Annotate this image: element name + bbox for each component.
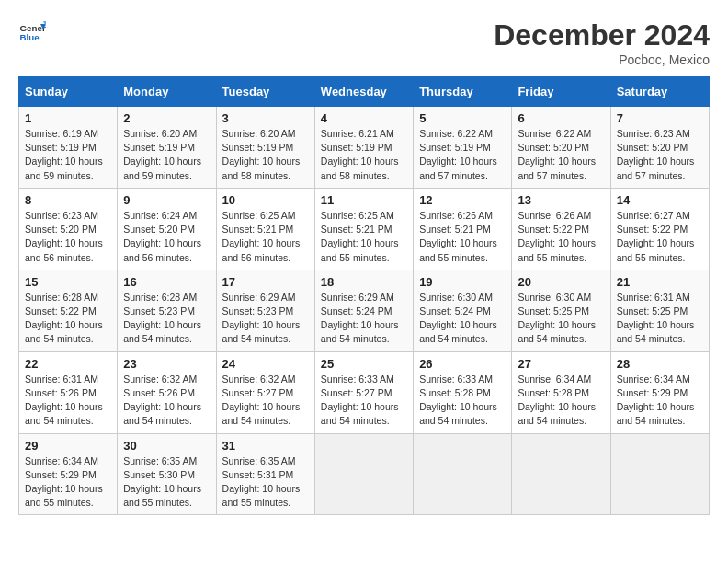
calendar-day-12: 12Sunrise: 6:26 AMSunset: 5:21 PMDayligh… bbox=[414, 188, 512, 270]
calendar-day-18: 18Sunrise: 6:29 AMSunset: 5:24 PMDayligh… bbox=[314, 270, 413, 351]
title-block: December 2024 Pocboc, Mexico bbox=[494, 18, 710, 67]
calendar-day-3: 3Sunrise: 6:20 AMSunset: 5:19 PMDaylight… bbox=[216, 107, 314, 189]
calendar-day-5: 5Sunrise: 6:22 AMSunset: 5:19 PMDaylight… bbox=[414, 107, 512, 189]
header-sunday: Sunday bbox=[19, 77, 118, 107]
calendar-day-23: 23Sunrise: 6:32 AMSunset: 5:26 PMDayligh… bbox=[118, 351, 216, 433]
calendar-day-31: 31Sunrise: 6:35 AMSunset: 5:31 PMDayligh… bbox=[216, 433, 314, 515]
page-header: General Blue December 2024 Pocboc, Mexic… bbox=[18, 18, 710, 67]
calendar-day-14: 14Sunrise: 6:27 AMSunset: 5:22 PMDayligh… bbox=[610, 188, 709, 270]
calendar-day-9: 9Sunrise: 6:24 AMSunset: 5:20 PMDaylight… bbox=[118, 188, 216, 270]
calendar-week-1: 8Sunrise: 6:23 AMSunset: 5:20 PMDaylight… bbox=[19, 188, 710, 270]
calendar-day-13: 13Sunrise: 6:26 AMSunset: 5:22 PMDayligh… bbox=[512, 188, 610, 270]
calendar-title: December 2024 bbox=[494, 18, 710, 52]
calendar-week-3: 22Sunrise: 6:31 AMSunset: 5:26 PMDayligh… bbox=[19, 351, 710, 433]
calendar-day-8: 8Sunrise: 6:23 AMSunset: 5:20 PMDaylight… bbox=[19, 188, 118, 270]
calendar-table: Sunday Monday Tuesday Wednesday Thursday… bbox=[18, 76, 710, 515]
header-wednesday: Wednesday bbox=[314, 77, 413, 107]
calendar-day-22: 22Sunrise: 6:31 AMSunset: 5:26 PMDayligh… bbox=[19, 351, 118, 433]
calendar-day-16: 16Sunrise: 6:28 AMSunset: 5:23 PMDayligh… bbox=[118, 270, 216, 351]
calendar-day-empty-w4c6 bbox=[610, 433, 709, 515]
calendar-day-28: 28Sunrise: 6:34 AMSunset: 5:29 PMDayligh… bbox=[610, 351, 709, 433]
calendar-day-21: 21Sunrise: 6:31 AMSunset: 5:25 PMDayligh… bbox=[610, 270, 709, 351]
calendar-day-empty-w4c4 bbox=[414, 433, 512, 515]
calendar-day-24: 24Sunrise: 6:32 AMSunset: 5:27 PMDayligh… bbox=[216, 351, 314, 433]
header-monday: Monday bbox=[118, 77, 216, 107]
logo-icon: General Blue bbox=[18, 18, 46, 46]
header-saturday: Saturday bbox=[610, 77, 709, 107]
calendar-week-2: 15Sunrise: 6:28 AMSunset: 5:22 PMDayligh… bbox=[19, 270, 710, 351]
logo: General Blue bbox=[18, 18, 46, 46]
calendar-day-10: 10Sunrise: 6:25 AMSunset: 5:21 PMDayligh… bbox=[216, 188, 314, 270]
calendar-week-0: 1Sunrise: 6:19 AMSunset: 5:19 PMDaylight… bbox=[19, 107, 710, 189]
calendar-day-26: 26Sunrise: 6:33 AMSunset: 5:28 PMDayligh… bbox=[414, 351, 512, 433]
calendar-day-2: 2Sunrise: 6:20 AMSunset: 5:19 PMDaylight… bbox=[118, 107, 216, 189]
calendar-day-19: 19Sunrise: 6:30 AMSunset: 5:24 PMDayligh… bbox=[414, 270, 512, 351]
calendar-day-25: 25Sunrise: 6:33 AMSunset: 5:27 PMDayligh… bbox=[314, 351, 413, 433]
calendar-day-11: 11Sunrise: 6:25 AMSunset: 5:21 PMDayligh… bbox=[314, 188, 413, 270]
calendar-day-29: 29Sunrise: 6:34 AMSunset: 5:29 PMDayligh… bbox=[19, 433, 118, 515]
calendar-day-empty-w4c5 bbox=[512, 433, 610, 515]
calendar-day-4: 4Sunrise: 6:21 AMSunset: 5:19 PMDaylight… bbox=[314, 107, 413, 189]
header-tuesday: Tuesday bbox=[216, 77, 314, 107]
header-thursday: Thursday bbox=[414, 77, 512, 107]
calendar-day-6: 6Sunrise: 6:22 AMSunset: 5:20 PMDaylight… bbox=[512, 107, 610, 189]
calendar-subtitle: Pocboc, Mexico bbox=[494, 52, 710, 67]
calendar-week-4: 29Sunrise: 6:34 AMSunset: 5:29 PMDayligh… bbox=[19, 433, 710, 515]
calendar-day-20: 20Sunrise: 6:30 AMSunset: 5:25 PMDayligh… bbox=[512, 270, 610, 351]
calendar-day-empty-w4c3 bbox=[314, 433, 413, 515]
svg-text:Blue: Blue bbox=[20, 32, 40, 42]
header-friday: Friday bbox=[512, 77, 610, 107]
calendar-day-27: 27Sunrise: 6:34 AMSunset: 5:28 PMDayligh… bbox=[512, 351, 610, 433]
calendar-day-7: 7Sunrise: 6:23 AMSunset: 5:20 PMDaylight… bbox=[610, 107, 709, 189]
calendar-day-17: 17Sunrise: 6:29 AMSunset: 5:23 PMDayligh… bbox=[216, 270, 314, 351]
calendar-day-15: 15Sunrise: 6:28 AMSunset: 5:22 PMDayligh… bbox=[19, 270, 118, 351]
header-row: Sunday Monday Tuesday Wednesday Thursday… bbox=[19, 77, 710, 107]
calendar-day-30: 30Sunrise: 6:35 AMSunset: 5:30 PMDayligh… bbox=[118, 433, 216, 515]
calendar-day-1: 1Sunrise: 6:19 AMSunset: 5:19 PMDaylight… bbox=[19, 107, 118, 189]
